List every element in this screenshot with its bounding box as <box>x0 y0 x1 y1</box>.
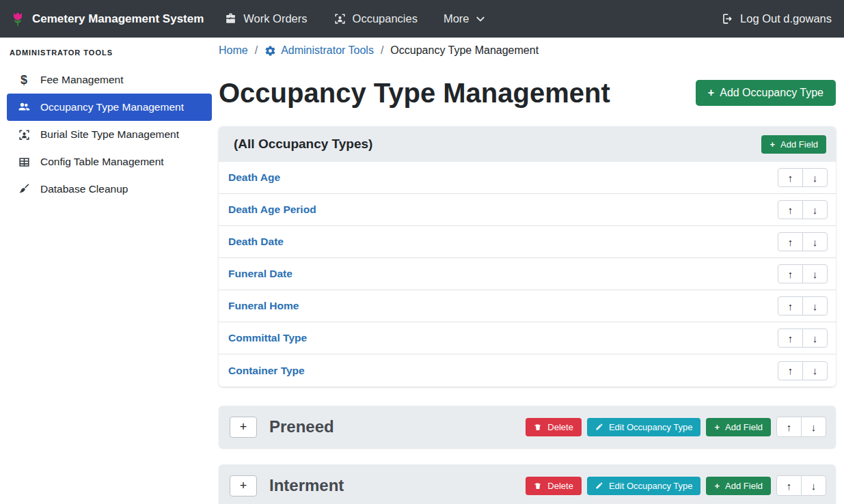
logout-label: Log Out d.gowans <box>740 12 832 25</box>
add-field-label: Add Field <box>725 422 763 432</box>
occupancies-icon <box>333 12 346 25</box>
reorder-button-group: ↑ ↓ <box>778 361 828 380</box>
nav-occupancies[interactable]: Occupancies <box>333 12 418 25</box>
arrow-up-icon: ↑ <box>788 236 793 248</box>
field-link-container-type[interactable]: Container Type <box>228 365 305 377</box>
field-row: Death Age Period ↑ ↓ <box>219 194 836 226</box>
sidebar: Administrator Tools $ Fee Management Occ… <box>0 38 219 504</box>
sidebar-item-label: Occupancy Type Management <box>40 101 184 113</box>
arrow-up-icon: ↑ <box>787 421 792 433</box>
arrow-up-icon: ↑ <box>788 300 793 312</box>
move-down-button[interactable]: ↓ <box>801 475 826 496</box>
move-down-button[interactable]: ↓ <box>802 264 828 283</box>
arrow-up-icon: ↑ <box>788 333 793 344</box>
add-field-button[interactable]: + Add Field <box>761 135 826 154</box>
field-row: Death Age ↑ ↓ <box>219 162 836 194</box>
move-up-button[interactable]: ↑ <box>776 417 802 437</box>
sidebar-item-occupancy-type-management[interactable]: Occupancy Type Management <box>7 94 212 121</box>
edit-occupancy-type-button[interactable]: Edit Occupancy Type <box>587 418 701 436</box>
move-down-button[interactable]: ↓ <box>802 232 828 251</box>
section-title: Preneed <box>269 417 334 436</box>
reorder-button-group: ↑ ↓ <box>778 200 828 219</box>
move-up-button[interactable]: ↑ <box>778 200 803 219</box>
move-up-button[interactable]: ↑ <box>778 264 803 283</box>
reorder-button-group: ↑ ↓ <box>778 328 828 348</box>
field-link-committal-type[interactable]: Committal Type <box>228 332 307 344</box>
arrow-up-icon: ↑ <box>788 204 793 216</box>
nav-work-orders[interactable]: Work Orders <box>224 12 307 25</box>
section-title: Interment <box>269 476 344 495</box>
all-occupancy-types-card: (All Occupancy Types) + Add Field Death … <box>219 126 836 387</box>
add-field-button[interactable]: + Add Field <box>706 477 771 495</box>
logout-link[interactable]: Log Out d.gowans <box>721 12 832 25</box>
breadcrumb-home-link[interactable]: Home <box>219 44 248 57</box>
brand-link[interactable]: Cemetery Management System <box>10 11 204 27</box>
move-down-button[interactable]: ↓ <box>802 168 828 187</box>
delete-label: Delete <box>547 481 573 491</box>
arrow-up-icon: ↑ <box>788 172 793 184</box>
breadcrumb-current: Occupancy Type Management <box>390 44 539 57</box>
table-icon <box>16 156 31 169</box>
move-up-button[interactable]: ↑ <box>778 232 803 251</box>
arrow-down-icon: ↓ <box>811 421 817 433</box>
move-up-button[interactable]: ↑ <box>778 328 803 348</box>
card-title: (All Occupancy Types) <box>234 137 372 152</box>
move-down-button[interactable]: ↓ <box>802 296 828 316</box>
arrow-down-icon: ↓ <box>813 365 818 376</box>
sidebar-item-burial-site-type-management[interactable]: Burial Site Type Management <box>7 121 212 148</box>
pencil-icon <box>595 423 603 431</box>
field-link-death-age[interactable]: Death Age <box>228 171 280 184</box>
field-link-death-date[interactable]: Death Date <box>228 236 284 248</box>
field-row: Committal Type ↑ ↓ <box>219 322 836 354</box>
field-row: Container Type ↑ ↓ <box>219 354 836 387</box>
plus-icon: + <box>714 422 720 432</box>
breadcrumb-admin-tools-link[interactable]: Administrator Tools <box>264 44 374 57</box>
sidebar-item-fee-management[interactable]: $ Fee Management <box>7 66 212 94</box>
add-field-button[interactable]: + Add Field <box>706 418 771 436</box>
expand-button[interactable]: + <box>230 475 257 496</box>
nav-work-orders-label: Work Orders <box>243 12 307 25</box>
move-down-button[interactable]: ↓ <box>802 328 828 348</box>
sidebar-item-label: Burial Site Type Management <box>40 128 179 141</box>
section-preneed: + Preneed Delete Edit Occupancy Type <box>219 406 836 448</box>
app-window: Cemetery Management System Work Orders O… <box>0 0 844 504</box>
sidebar-heading: Administrator Tools <box>10 48 212 57</box>
breadcrumb-separator: / <box>255 44 258 57</box>
sidebar-item-config-table-management[interactable]: Config Table Management <box>7 148 212 176</box>
dollar-icon: $ <box>16 73 31 87</box>
top-navbar: Cemetery Management System Work Orders O… <box>0 0 844 38</box>
field-row: Death Date ↑ ↓ <box>219 226 836 258</box>
logout-icon <box>721 12 734 25</box>
delete-button[interactable]: Delete <box>526 418 582 436</box>
expand-button[interactable]: + <box>230 417 257 438</box>
move-up-button[interactable]: ↑ <box>778 296 803 316</box>
arrow-down-icon: ↓ <box>813 236 818 248</box>
move-down-button[interactable]: ↓ <box>802 361 828 380</box>
move-up-button[interactable]: ↑ <box>776 475 802 496</box>
move-down-button[interactable]: ↓ <box>801 417 826 437</box>
delete-button[interactable]: Delete <box>526 477 582 495</box>
field-link-death-age-period[interactable]: Death Age Period <box>228 204 316 216</box>
tulip-logo-icon <box>10 11 26 27</box>
person-frame-icon <box>16 128 31 141</box>
arrow-down-icon: ↓ <box>813 333 818 344</box>
reorder-button-group: ↑ ↓ <box>778 296 828 316</box>
field-link-funeral-date[interactable]: Funeral Date <box>228 268 292 280</box>
plus-icon: + <box>240 479 247 493</box>
arrow-down-icon: ↓ <box>813 172 818 184</box>
section-actions: Delete Edit Occupancy Type + Add Field ↑ <box>526 417 826 437</box>
move-up-button[interactable]: ↑ <box>778 361 803 380</box>
reorder-button-group: ↑ ↓ <box>778 168 828 187</box>
move-up-button[interactable]: ↑ <box>778 168 803 187</box>
title-row: Occupancy Type Management + Add Occupanc… <box>219 76 836 110</box>
nav-more[interactable]: More <box>444 12 485 25</box>
field-link-funeral-home[interactable]: Funeral Home <box>228 300 299 312</box>
arrow-down-icon: ↓ <box>811 480 817 492</box>
broom-icon <box>16 182 31 196</box>
sidebar-item-database-cleanup[interactable]: Database Cleanup <box>7 176 212 203</box>
arrow-up-icon: ↑ <box>787 480 792 492</box>
move-down-button[interactable]: ↓ <box>802 200 828 219</box>
section-actions: Delete Edit Occupancy Type + Add Field ↑ <box>526 475 826 496</box>
edit-occupancy-type-button[interactable]: Edit Occupancy Type <box>587 477 701 495</box>
add-occupancy-type-button[interactable]: + Add Occupancy Type <box>696 80 836 106</box>
